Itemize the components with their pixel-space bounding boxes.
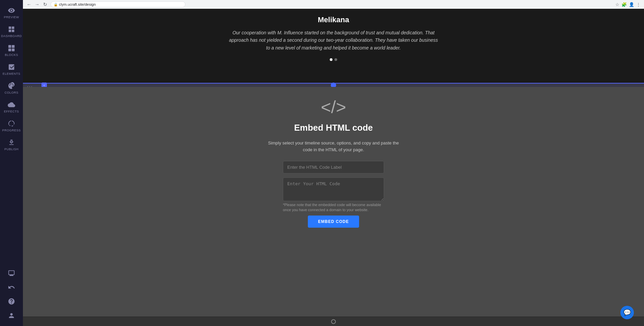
- sidebar-label-colors: COLORS: [4, 91, 18, 94]
- sidebar-label-effects: EFFECTS: [4, 110, 19, 113]
- sidebar-label-elements: ELEMENTS: [3, 72, 21, 75]
- progress-icon: [8, 120, 15, 127]
- sidebar-item-dashboard[interactable]: DASHBOARD: [0, 22, 23, 41]
- menu-icon[interactable]: ⋮: [636, 2, 641, 7]
- sidebar-item-undo[interactable]: [0, 280, 23, 294]
- embed-form: [283, 161, 384, 201]
- sidebar-item-help[interactable]: [0, 294, 23, 308]
- svg-rect-2: [8, 48, 11, 51]
- sidebar-item-elements[interactable]: ELEMENTS: [0, 60, 23, 79]
- svg-rect-0: [8, 45, 11, 48]
- resize-handle[interactable]: ... ‹: [23, 83, 644, 87]
- bookmark-icon[interactable]: ☆: [615, 2, 619, 7]
- back-button[interactable]: ←: [26, 2, 32, 7]
- extension-icon[interactable]: 🧩: [621, 2, 627, 7]
- embed-title: Embed HTML code: [294, 123, 373, 133]
- browser-icons: ☆ 🧩 👤 ⋮: [615, 2, 641, 7]
- sidebar: PREVIEW DASHBOARD BLOCKS ELEMENTS COLORS…: [0, 0, 23, 326]
- sidebar-item-preview[interactable]: PREVIEW: [0, 3, 23, 22]
- blocks-icon: [8, 44, 15, 52]
- testimonial-text: Our cooperation with M. Influence starte…: [229, 29, 438, 52]
- sidebar-label-preview: PREVIEW: [4, 15, 19, 19]
- publish-icon: [8, 139, 15, 146]
- testimonial-name: Melikana: [318, 15, 349, 24]
- bottom-handle[interactable]: [331, 319, 336, 324]
- chat-icon: 💬: [623, 309, 631, 316]
- svg-rect-3: [12, 48, 14, 51]
- sidebar-item-blocks[interactable]: BLOCKS: [0, 41, 23, 60]
- html-label-input[interactable]: [283, 161, 384, 173]
- browser-bar: ← → ↻ 🔒 clym.ucraft.site/design ☆ 🧩 👤 ⋮: [23, 0, 644, 9]
- sidebar-item-progress[interactable]: PROGRESS: [0, 117, 23, 135]
- embed-note: *Please note that the embedded code will…: [283, 202, 384, 213]
- chat-widget-button[interactable]: 💬: [620, 306, 634, 319]
- html-code-textarea[interactable]: [283, 177, 384, 201]
- embed-section: </> Embed HTML code Simply select your t…: [23, 87, 644, 317]
- sidebar-label-progress: PROGRESS: [2, 129, 21, 132]
- effects-icon: [8, 101, 15, 108]
- bottom-bar: [23, 317, 644, 326]
- colors-icon: [8, 82, 15, 90]
- sidebar-item-user[interactable]: [0, 308, 23, 323]
- embed-code-button[interactable]: EMBED CODE: [308, 216, 359, 228]
- help-icon: [8, 298, 15, 305]
- svg-rect-1: [12, 45, 14, 48]
- undo-icon: [8, 284, 15, 291]
- sidebar-bottom: [0, 266, 23, 323]
- carousel-dot-1[interactable]: [330, 58, 332, 61]
- carousel-dots: [330, 58, 337, 61]
- url-bar[interactable]: 🔒 clym.ucraft.site/design: [51, 1, 185, 7]
- sidebar-item-publish[interactable]: PUBLISH: [0, 135, 23, 154]
- desktop-icon: [8, 269, 15, 277]
- testimonial-section: Melikana Our cooperation with M. Influen…: [23, 9, 644, 83]
- url-text: clym.ucraft.site/design: [59, 2, 96, 6]
- carousel-dot-2[interactable]: [334, 58, 337, 61]
- profile-icon[interactable]: 👤: [629, 2, 634, 7]
- eye-icon: [8, 7, 15, 14]
- user-icon: [8, 312, 15, 319]
- html-code-icon: </>: [321, 97, 346, 117]
- main-content: Melikana Our cooperation with M. Influen…: [23, 9, 644, 326]
- reload-button[interactable]: ↻: [42, 2, 48, 7]
- elements-icon: [8, 63, 15, 71]
- sidebar-label-blocks: BLOCKS: [5, 53, 18, 57]
- sidebar-item-effects[interactable]: EFFECTS: [0, 98, 23, 117]
- sidebar-item-desktop[interactable]: [0, 266, 23, 280]
- dashboard-icon: [8, 26, 15, 33]
- forward-button[interactable]: →: [34, 2, 40, 7]
- sidebar-item-colors[interactable]: COLORS: [0, 79, 23, 98]
- sidebar-label-publish: PUBLISH: [4, 148, 19, 151]
- sidebar-label-dashboard: DASHBOARD: [1, 34, 22, 38]
- embed-description: Simply select your timeline source, opti…: [266, 140, 401, 153]
